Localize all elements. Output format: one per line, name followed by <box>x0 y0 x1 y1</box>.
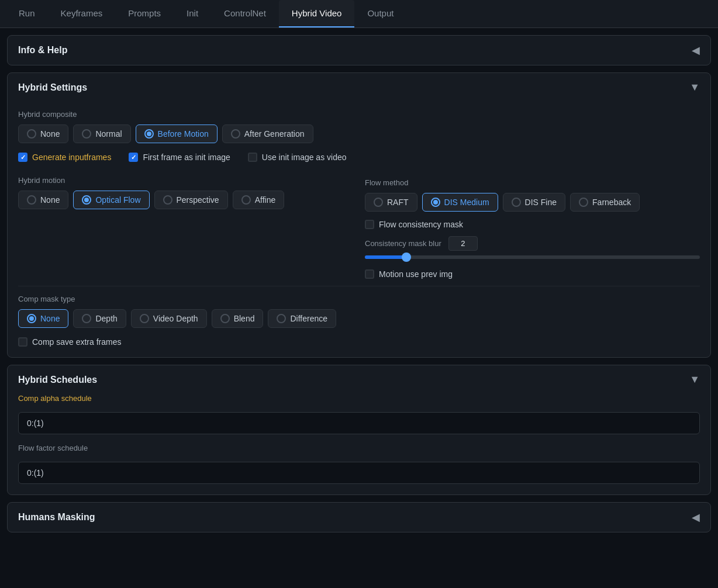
flow-farneback-radio <box>579 198 588 207</box>
hybrid-schedules-chevron: ▼ <box>689 373 700 386</box>
hybrid-composite-label: Hybrid composite <box>18 110 700 119</box>
motion-perspective[interactable]: Perspective <box>154 191 228 209</box>
motion-optical-flow-label: Optical Flow <box>95 195 140 205</box>
slider-thumb[interactable] <box>402 253 411 262</box>
flow-dis-medium[interactable]: DIS Medium <box>422 193 498 212</box>
motion-prev-img-label: Motion use prev img <box>379 269 453 279</box>
flow-dis-medium-radio <box>431 198 440 207</box>
composite-none-radio <box>27 129 36 139</box>
motion-perspective-radio <box>163 195 172 205</box>
checkboxes-row: Generate inputframes First frame as init… <box>18 153 700 162</box>
comp-alpha-schedule-label: Comp alpha schedule <box>18 394 700 403</box>
hybrid-motion-col: Hybrid motion None Optical Flow Perspect… <box>18 168 353 279</box>
flow-raft-radio <box>374 198 383 207</box>
flow-method-label: Flow method <box>365 178 700 187</box>
flow-options: RAFT DIS Medium DIS Fine Farneback <box>365 193 700 212</box>
composite-after-generation[interactable]: After Generation <box>222 124 313 143</box>
info-help-header[interactable]: Info & Help ◀ <box>8 36 710 65</box>
tab-hybrid-video[interactable]: Hybrid Video <box>279 0 355 27</box>
use-init-checkbox[interactable]: Use init image as video <box>248 153 347 162</box>
motion-affine-label: Affine <box>255 195 276 205</box>
comp-mask-video-depth[interactable]: Video Depth <box>131 309 207 328</box>
comp-save-extra-box <box>18 337 27 347</box>
motion-perspective-label: Perspective <box>177 195 219 205</box>
motion-prev-img-checkbox[interactable]: Motion use prev img <box>365 269 700 279</box>
flow-farneback[interactable]: Farneback <box>570 193 640 212</box>
humans-masking-header[interactable]: Humans Masking ◀ <box>8 503 710 532</box>
tab-run[interactable]: Run <box>6 0 48 27</box>
composite-before-motion-label: Before Motion <box>158 129 209 139</box>
hybrid-schedules-header[interactable]: Hybrid Schedules ▼ <box>8 365 710 394</box>
comp-save-extra-label: Comp save extra frames <box>32 337 122 347</box>
comp-mask-blend-radio <box>220 314 230 323</box>
composite-none[interactable]: None <box>18 124 68 143</box>
divider <box>18 286 700 286</box>
comp-mask-difference[interactable]: Difference <box>268 309 336 328</box>
first-frame-box <box>129 153 138 162</box>
motion-optical-flow-radio <box>82 195 91 205</box>
slider-track <box>365 255 700 259</box>
flow-factor-schedule-input[interactable] <box>18 462 700 484</box>
tab-init[interactable]: Init <box>174 0 211 27</box>
motion-optical-flow[interactable]: Optical Flow <box>73 191 149 209</box>
hybrid-settings-header[interactable]: Hybrid Settings ▼ <box>8 73 710 102</box>
flow-raft-label: RAFT <box>387 198 409 207</box>
composite-none-label: None <box>40 129 60 139</box>
hybrid-settings-chevron: ▼ <box>689 81 700 94</box>
motion-flow-row: Hybrid motion None Optical Flow Perspect… <box>18 168 700 279</box>
comp-alpha-schedule-input[interactable] <box>18 412 700 434</box>
motion-affine[interactable]: Affine <box>233 191 285 209</box>
comp-mask-video-depth-radio <box>140 314 149 323</box>
comp-mask-none[interactable]: None <box>18 309 68 328</box>
composite-normal-label: Normal <box>95 129 122 139</box>
composite-normal[interactable]: Normal <box>73 124 130 143</box>
composite-after-generation-radio <box>231 129 240 139</box>
generate-inputframes-checkbox[interactable]: Generate inputframes <box>18 153 111 162</box>
comp-mask-none-radio <box>27 314 36 323</box>
motion-none-radio <box>27 195 36 205</box>
flow-dis-medium-label: DIS Medium <box>444 198 489 207</box>
first-frame-label: First frame as init image <box>143 153 230 162</box>
flow-consistency-label: Flow consistency mask <box>379 220 463 229</box>
comp-mask-label: Comp mask type <box>18 295 700 303</box>
flow-consistency-checkbox[interactable]: Flow consistency mask <box>365 220 700 229</box>
humans-masking-chevron: ◀ <box>692 511 700 524</box>
comp-mask-depth-label: Depth <box>95 314 117 323</box>
slider-fill <box>365 255 405 259</box>
comp-mask-depth[interactable]: Depth <box>73 309 126 328</box>
info-help-chevron: ◀ <box>692 44 700 57</box>
consistency-blur-value[interactable]: 2 <box>448 236 478 251</box>
hybrid-schedules-title: Hybrid Schedules <box>18 375 97 385</box>
hybrid-schedules-section: Hybrid Schedules ▼ Comp alpha schedule F… <box>7 365 711 495</box>
comp-mask-blend[interactable]: Blend <box>212 309 264 328</box>
composite-options: None Normal Before Motion After Generati… <box>18 124 700 143</box>
tab-prompts[interactable]: Prompts <box>115 0 174 27</box>
comp-mask-depth-radio <box>82 314 91 323</box>
hybrid-schedules-content: Comp alpha schedule Flow factor schedule <box>8 394 710 494</box>
consistency-blur-label: Consistency mask blur <box>365 239 441 248</box>
consistency-blur-slider-container[interactable] <box>365 255 700 259</box>
flow-dis-fine[interactable]: DIS Fine <box>503 193 565 212</box>
flow-raft[interactable]: RAFT <box>365 193 417 212</box>
info-help-title: Info & Help <box>18 45 67 56</box>
motion-none[interactable]: None <box>18 191 68 209</box>
hybrid-motion-label: Hybrid motion <box>18 176 353 185</box>
tab-output[interactable]: Output <box>354 0 406 27</box>
motion-none-label: None <box>40 195 60 205</box>
comp-mask-video-depth-label: Video Depth <box>153 314 198 323</box>
hybrid-settings-title: Hybrid Settings <box>18 82 87 93</box>
tab-keyframes[interactable]: Keyframes <box>48 0 116 27</box>
comp-mask-difference-label: Difference <box>290 314 327 323</box>
flow-consistency-box <box>365 220 374 229</box>
hybrid-settings-content: Hybrid composite None Normal Before Moti… <box>8 110 710 357</box>
comp-mask-difference-radio <box>277 314 286 323</box>
generate-inputframes-box <box>18 153 27 162</box>
use-init-box <box>248 153 257 162</box>
comp-save-extra-checkbox[interactable]: Comp save extra frames <box>18 337 700 347</box>
comp-mask-blend-label: Blend <box>234 314 255 323</box>
comp-mask-none-label: None <box>40 314 60 323</box>
first-frame-checkbox[interactable]: First frame as init image <box>129 153 230 162</box>
hybrid-settings-section: Hybrid Settings ▼ Hybrid composite None … <box>7 72 711 358</box>
composite-before-motion[interactable]: Before Motion <box>136 124 218 143</box>
tab-controlnet[interactable]: ControlNet <box>211 0 279 27</box>
